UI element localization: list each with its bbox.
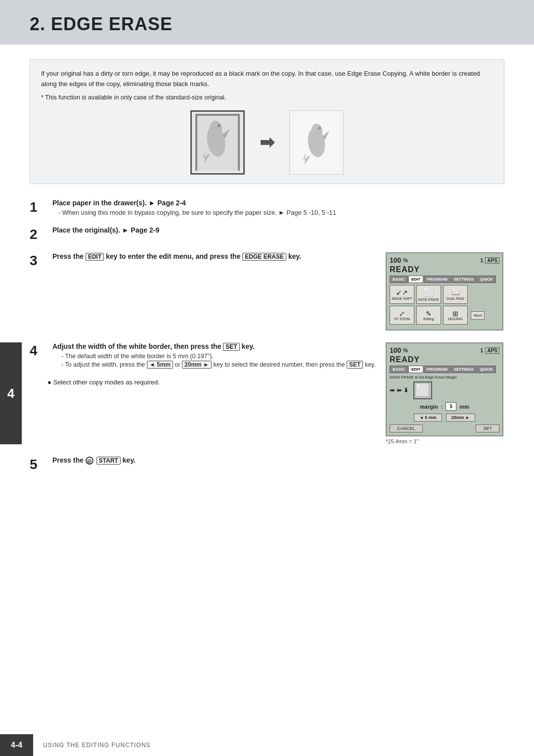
step-5-title: Press the ◎ START key. [52, 456, 504, 465]
step-1-number: 1 [30, 199, 47, 216]
edge-erase-label: EDGE ERASE [418, 298, 439, 301]
section-4-number: 4 [7, 386, 14, 401]
step-4-number: 4 [30, 342, 47, 369]
svg-point-6 [218, 124, 221, 127]
lcd-icons-row-1: ↙↗ IMAGE SHIFT ⬜ EDGE ERASE 📖 DUAL PAGE [390, 285, 499, 304]
xy-zoom-label: XY ZOOM [394, 317, 410, 321]
step-2-number: 2 [30, 226, 47, 243]
lcd-aps-2: APS [485, 347, 499, 354]
lcd-ready-2: READY [390, 355, 499, 364]
tab2-quick[interactable]: QUICK [477, 366, 496, 373]
lcd-btn-row: ◄ 5 mm 20mm ► [390, 414, 499, 422]
svg-rect-3 [195, 114, 240, 116]
footer-page-number: 4-4 [0, 734, 33, 756]
step-1-note: - When using this mode in bypass copying… [58, 209, 504, 216]
intro-text: If your original has a dirty or torn edg… [41, 69, 493, 90]
bullet-point: Select other copy modes as required. [47, 378, 376, 386]
step-2-title-text: Place the original(s). [52, 226, 122, 234]
intro-box: If your original has a dirty or torn edg… [30, 59, 504, 184]
tab2-edit[interactable]: EDIT [408, 366, 423, 373]
lcd-percent-1: 100 [390, 256, 401, 264]
tab-settings[interactable]: SETTINGS [451, 276, 477, 283]
2in1-label: 2IN1/4IN1 [447, 317, 463, 321]
page-title: 2. EDGE ERASE [30, 14, 504, 35]
image-shift-icon: ↙↗ [396, 289, 408, 296]
xy-zoom-icon: ⤢ [399, 310, 405, 317]
xy-zoom-btn[interactable]: ⤢ XY ZOOM [390, 306, 414, 325]
step-4-container: 4 4 Adjust the width of the white border… [30, 342, 504, 444]
step-4-section: 4 Adjust the width of the white border, … [30, 342, 376, 369]
step-1-content: Place paper in the drawer(s). ► Page 2-4… [52, 199, 504, 216]
step-1-page-ref: Page 2-4 [157, 199, 186, 207]
step-4-title-text: Adjust the width of the white border, th… [52, 342, 255, 350]
20mm-key: 20mm ► [182, 361, 212, 369]
5mm-label: ◄ 5 mm [419, 415, 437, 420]
editing-btn[interactable]: ✎ Editing [416, 306, 441, 325]
margin-value: 5 [450, 404, 453, 409]
5mm-key: ◄ 5mm [147, 361, 173, 369]
cancel-label: CANCEL [397, 426, 415, 431]
lcd-ready-1: READY [390, 265, 499, 274]
tab-quick[interactable]: QUICK [477, 276, 496, 283]
set-button[interactable]: SET [476, 425, 499, 432]
cancel-button[interactable]: CANCEL [390, 425, 423, 432]
step-5-content: Press the ◎ START key. [52, 456, 504, 473]
tab-basic[interactable]: BASIC [390, 276, 408, 283]
5mm-button[interactable]: ◄ 5 mm [414, 414, 442, 422]
step-3-screen: 100 % 1 APS READY BASIC EDIT PROGRAM SET… [386, 252, 504, 331]
edit-key: EDIT [86, 253, 104, 261]
step-4-note-2: - To adjust the width, press the ◄ 5mm o… [61, 361, 376, 369]
step-1-arrow: ► [149, 199, 158, 207]
lcd-breadcrumb: EDGE ERASE ►Set Edge Erase Margin [390, 375, 499, 379]
set-key-2: SET [347, 361, 363, 369]
lcd-margin-row: margin : 5 mm [390, 402, 499, 411]
edge-erase-btn[interactable]: ⬜ EDGE ERASE [416, 285, 441, 304]
20mm-label: 20mm ► [451, 415, 470, 420]
page-footer: 4-4 USING THE EDITING FUNCTIONS [0, 734, 534, 756]
arrow-down-icon: ⬇ [403, 387, 408, 394]
dual-page-btn[interactable]: 📖 DUAL PAGE [443, 285, 468, 304]
step-3-section: 3 Press the EDIT key to enter the edit m… [30, 252, 376, 269]
tab2-settings[interactable]: SETTINGS [451, 366, 477, 373]
start-key: START [96, 457, 121, 465]
2in1-btn[interactable]: ⊞ 2IN1/4IN1 [443, 306, 468, 325]
lcd-tabs-1: BASIC EDIT PROGRAM SETTINGS QUICK [390, 276, 499, 283]
step-5-section: 5 Press the ◎ START key. [30, 456, 504, 473]
svg-rect-1 [195, 114, 197, 171]
set-label: SET [483, 426, 492, 431]
lcd-count-2: 1 [480, 347, 483, 353]
margin-input[interactable]: 5 [445, 402, 456, 411]
step-4-content: Adjust the width of the white border, th… [52, 342, 376, 369]
tab-program[interactable]: PROGRAM [424, 276, 450, 283]
step-3-with-screen: 3 Press the EDIT key to enter the edit m… [30, 252, 504, 331]
tab2-program[interactable]: PROGRAM [424, 366, 450, 373]
dual-page-icon: 📖 [451, 289, 460, 296]
image-shift-btn[interactable]: ↙↗ IMAGE SHIFT [390, 285, 414, 304]
lcd-unit-2: % [403, 347, 408, 353]
dual-page-label: DUAL PAGE [446, 297, 464, 300]
tab2-basic[interactable]: BASIC [390, 366, 408, 373]
lcd-top-bar-2: 100 % 1 APS [390, 346, 499, 354]
lcd-unit-1: % [403, 257, 408, 263]
step-1-title-text: Place paper in the drawer(s). [52, 199, 149, 207]
next-button[interactable]: Next [471, 311, 485, 320]
section-4-bar: 4 [0, 342, 22, 444]
arrow-left-icon: ⬅ [397, 387, 401, 394]
tab-edit[interactable]: EDIT [408, 276, 423, 283]
lcd-tabs-2: BASIC EDIT PROGRAM SETTINGS QUICK [390, 366, 499, 373]
lcd-count-1: 1 [480, 257, 483, 263]
20mm-button[interactable]: 20mm ► [446, 414, 475, 422]
margin-colon: : [441, 404, 443, 410]
mm-note: *25.4mm = 1" [386, 438, 504, 444]
step-2-content: Place the original(s). ► Page 2-9 [52, 226, 504, 243]
arrow-icon: ➡ [260, 128, 274, 157]
lcd-footer-btns: CANCEL SET [390, 425, 499, 432]
lcd-screen-1: 100 % 1 APS READY BASIC EDIT PROGRAM SET… [386, 252, 503, 331]
step-3-content: Press the EDIT key to enter the edit men… [52, 252, 376, 269]
header-section: 2. EDGE ERASE [0, 0, 534, 45]
lcd-arrows: ➡ ⬅ ⬇ ⬜ [390, 381, 499, 399]
start-symbol: ◎ [86, 457, 93, 465]
step-2-title: Place the original(s). ► Page 2-9 [52, 226, 504, 234]
step-3-left: 3 Press the EDIT key to enter the edit m… [30, 252, 376, 331]
step-4-with-screen: 4 Adjust the width of the white border, … [30, 342, 504, 444]
